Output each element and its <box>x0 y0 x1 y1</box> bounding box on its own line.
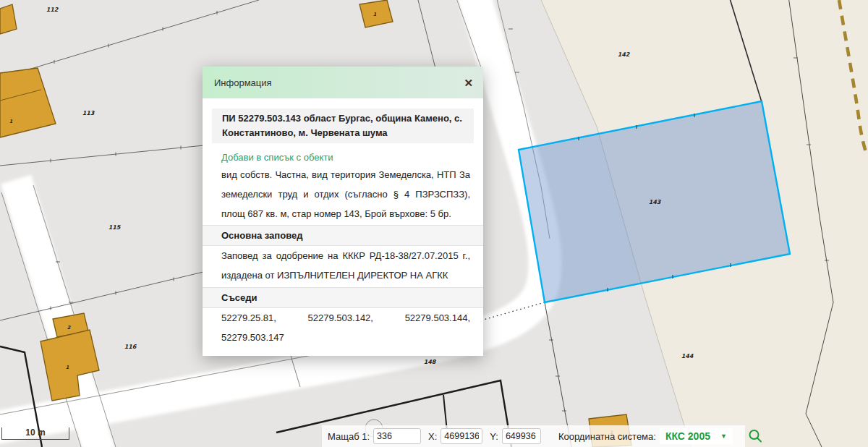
parcel-label: 116 <box>124 344 137 350</box>
y-coordinate-label: Y: <box>490 431 498 442</box>
map-scale-bar: 10 m <box>1 427 69 440</box>
map-status-bar: Мащаб 1: X: Y: Координатна система: ККС … <box>322 425 745 447</box>
property-title: ПИ 52279.503.143 област Бургас, община К… <box>212 108 474 143</box>
main-order-text: Заповед за одобрение на КККР РД-18-38/27… <box>203 246 483 285</box>
crs-label: Координатна система: <box>558 431 656 442</box>
info-popup: Информация ✕ ПИ 52279.503.143 област Бур… <box>203 67 483 356</box>
magnifier-icon <box>747 428 763 444</box>
parcel-label: 113 <box>82 110 95 116</box>
building-label: 1 <box>9 119 13 124</box>
section-header-main-order: Основна заповед <box>203 225 483 246</box>
parcel-label: 115 <box>109 224 122 231</box>
add-to-object-list-link[interactable]: Добави в списък с обекти <box>221 152 470 163</box>
parcel-label: 144 <box>681 353 694 359</box>
search-button[interactable] <box>747 428 763 444</box>
y-coordinate-input[interactable] <box>502 428 541 444</box>
scale-input[interactable] <box>373 428 421 444</box>
scale-label: Мащаб 1: <box>328 431 370 442</box>
parcel-label: 142 <box>618 51 631 58</box>
scale-bar-label: 10 m <box>25 427 45 438</box>
info-popup-header: Информация ✕ <box>203 67 483 98</box>
section-header-neighbors: Съседи <box>203 287 483 308</box>
crs-dropdown[interactable]: ККС 2005 ▼ <box>660 428 733 444</box>
close-icon[interactable]: ✕ <box>464 77 473 88</box>
parcel-label: 112 <box>46 7 59 13</box>
building-label: 1 <box>373 12 377 17</box>
x-coordinate-input[interactable] <box>441 428 482 444</box>
info-popup-body: ПИ 52279.503.143 област Бургас, община К… <box>203 108 483 347</box>
neighbors-text: 52279.25.81, 52279.503.142, 52279.503.14… <box>203 308 483 347</box>
x-coordinate-label: X: <box>428 431 437 442</box>
parcel-label: 148 <box>424 359 437 365</box>
chevron-down-icon: ▼ <box>720 433 727 440</box>
building-label: 2 <box>67 325 71 331</box>
app-window: 112 113 115 116 142 143 144 148 1 1 2 1 … <box>0 0 868 447</box>
crs-selected-value: ККС 2005 <box>665 430 710 442</box>
popup-title: Информация <box>214 77 464 88</box>
parcel-label: 143 <box>649 199 662 205</box>
building-label: 1 <box>66 365 69 370</box>
property-details-text: вид собств. Частна, вид територия Земеде… <box>203 165 483 224</box>
